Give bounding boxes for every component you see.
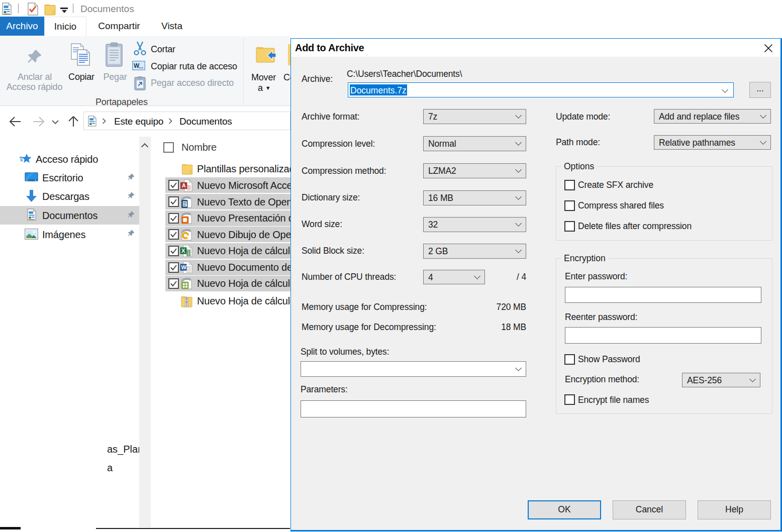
svg-text:X: X — [181, 248, 185, 254]
svg-text:A: A — [182, 182, 186, 188]
svg-text:W: W — [181, 264, 187, 270]
svg-text:...: ... — [139, 63, 143, 69]
